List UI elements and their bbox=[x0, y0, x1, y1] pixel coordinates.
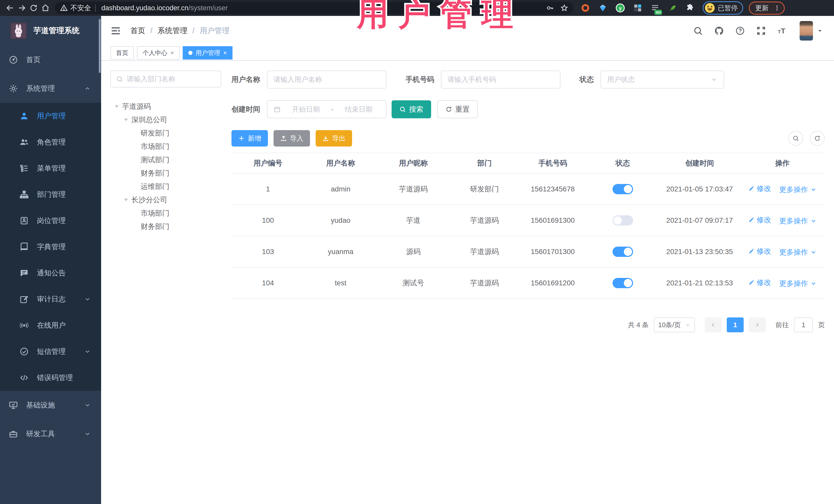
username-field[interactable] bbox=[267, 70, 387, 89]
dept-search-box[interactable] bbox=[110, 70, 221, 88]
app-logo[interactable]: 芋道管理系统 bbox=[0, 16, 101, 45]
extensions-puzzle-icon[interactable] bbox=[685, 3, 695, 13]
sidebar-item-infrastructure[interactable]: 基础设施 bbox=[0, 391, 101, 420]
sidebar-item-dept-management[interactable]: 部门管理 bbox=[0, 181, 101, 207]
add-button[interactable]: 新增 bbox=[232, 130, 268, 147]
tree-caret-icon[interactable] bbox=[122, 196, 130, 204]
header-search-icon[interactable] bbox=[693, 26, 703, 36]
tree-node[interactable]: 财务部门 bbox=[110, 220, 221, 233]
table-row[interactable]: 103 yuanma 源码 芋道源码 15601701300 2021-01-1… bbox=[232, 236, 825, 267]
status-toggle[interactable] bbox=[613, 247, 633, 257]
browser-forward-icon[interactable] bbox=[16, 2, 28, 14]
tree-node-label[interactable]: 研发部门 bbox=[140, 128, 169, 138]
browser-address-bar[interactable]: 不安全 dashboard.yudao.iocoder.cn/system/us… bbox=[55, 2, 573, 14]
mobile-field[interactable] bbox=[441, 70, 561, 89]
extension-blue-gem-icon[interactable] bbox=[598, 3, 608, 13]
browser-update-button[interactable]: 更新 bbox=[749, 2, 785, 15]
refresh-table-button[interactable] bbox=[810, 131, 825, 146]
tree-node-label[interactable]: 市场部门 bbox=[140, 209, 169, 218]
prev-page-button[interactable] bbox=[705, 317, 722, 332]
search-button[interactable]: 搜索 bbox=[392, 100, 431, 118]
extension-green-circle-icon[interactable]: y bbox=[615, 3, 625, 13]
edit-link[interactable]: 修改 bbox=[748, 184, 771, 194]
sidebar-item-online-users[interactable]: 在线用户 bbox=[0, 312, 101, 338]
tree-node[interactable]: 财务部门 bbox=[110, 167, 221, 180]
sidebar-item-system-management[interactable]: 系统管理 bbox=[0, 74, 101, 103]
avatar[interactable] bbox=[799, 21, 813, 41]
browser-profile-chip[interactable]: 已暂停 bbox=[703, 1, 743, 15]
sidebar-item-home[interactable]: 首页 bbox=[0, 45, 101, 74]
tree-caret-icon[interactable] bbox=[113, 103, 120, 110]
toggle-search-button[interactable] bbox=[788, 131, 803, 146]
url-path[interactable]: /system/user bbox=[188, 4, 227, 12]
breadcrumb-system[interactable]: 系统管理 bbox=[158, 26, 187, 36]
more-actions-link[interactable]: 更多操作 bbox=[780, 216, 817, 226]
table-row[interactable]: 1 admin 芋道源码 研发部门 15612345678 2021-01-05… bbox=[232, 174, 825, 205]
tree-node-label[interactable]: 深圳总公司 bbox=[131, 115, 167, 125]
table-row[interactable]: 100 yudao 芋道 芋道源码 15601691300 2021-01-07… bbox=[232, 205, 825, 236]
tab-home[interactable]: 首页 bbox=[110, 46, 134, 60]
tree-node-label[interactable]: 长沙分公司 bbox=[131, 195, 167, 205]
browser-back-icon[interactable] bbox=[4, 2, 16, 14]
sidebar-item-post-management[interactable]: 岗位管理 bbox=[0, 207, 101, 234]
tree-node-label[interactable]: 市场部门 bbox=[140, 141, 169, 151]
table-row[interactable]: 104 test 测试号 芋道源码 15601691200 2021-01-21… bbox=[232, 267, 825, 299]
font-size-icon[interactable]: TT bbox=[777, 26, 787, 36]
more-actions-link[interactable]: 更多操作 bbox=[780, 247, 817, 257]
sidebar-item-menu-management[interactable]: 菜单管理 bbox=[0, 155, 101, 181]
sidebar-item-error-code-management[interactable]: 错误码管理 bbox=[0, 365, 101, 391]
hamburger-icon[interactable] bbox=[110, 25, 121, 36]
breadcrumb-home[interactable]: 首页 bbox=[130, 26, 145, 36]
tab-user-management[interactable]: 用户管理 × bbox=[183, 46, 233, 60]
status-select[interactable]: 用户状态 bbox=[600, 70, 724, 89]
mobile-input[interactable] bbox=[447, 76, 554, 84]
extension-tabs-on-icon[interactable]: on bbox=[650, 3, 660, 13]
browser-reload-icon[interactable] bbox=[28, 2, 40, 14]
url-host[interactable]: dashboard.yudao.iocoder.cn bbox=[101, 4, 188, 12]
fullscreen-icon[interactable] bbox=[756, 26, 766, 36]
extension-orange-ring-icon[interactable] bbox=[580, 3, 590, 13]
sidebar-item-audit-log[interactable]: 审计日志 bbox=[0, 286, 101, 312]
tree-node-label[interactable]: 财务部门 bbox=[140, 168, 169, 178]
page-size-select[interactable]: 10条/页 bbox=[654, 317, 695, 332]
sidebar-item-dict-management[interactable]: 字典管理 bbox=[0, 234, 101, 260]
next-page-button[interactable] bbox=[749, 317, 766, 332]
user-avatar-menu[interactable] bbox=[799, 21, 823, 41]
github-icon[interactable] bbox=[714, 26, 724, 36]
tree-caret-icon[interactable] bbox=[122, 116, 130, 124]
update-label[interactable]: 更新 bbox=[755, 4, 769, 13]
edit-link[interactable]: 修改 bbox=[748, 278, 771, 287]
sidebar-item-sms-management[interactable]: 短信管理 bbox=[0, 338, 101, 365]
current-page-button[interactable]: 1 bbox=[727, 317, 744, 332]
password-key-icon[interactable] bbox=[546, 4, 554, 12]
tab-close-icon[interactable]: × bbox=[223, 49, 227, 57]
sidebar-item-user-management[interactable]: 用户管理 bbox=[0, 103, 101, 129]
tree-node-label[interactable]: 测试部门 bbox=[140, 155, 169, 165]
tree-node[interactable]: 长沙分公司 bbox=[110, 193, 221, 206]
tree-node-label[interactable]: 芋道源码 bbox=[122, 102, 151, 111]
sidebar-item-dev-tools[interactable]: 研发工具 bbox=[0, 420, 101, 448]
edit-link[interactable]: 修改 bbox=[748, 215, 771, 225]
tree-node[interactable]: 芋道源码 bbox=[110, 100, 221, 113]
status-toggle[interactable] bbox=[613, 278, 633, 288]
dept-search-input[interactable] bbox=[127, 75, 216, 83]
more-actions-link[interactable]: 更多操作 bbox=[780, 279, 817, 288]
sidebar-item-notice-management[interactable]: 通知公告 bbox=[0, 260, 101, 286]
goto-page-input[interactable] bbox=[794, 317, 813, 332]
edit-link[interactable]: 修改 bbox=[748, 246, 771, 256]
more-actions-link[interactable]: 更多操作 bbox=[780, 185, 817, 195]
tree-node-label[interactable]: 财务部门 bbox=[140, 222, 169, 232]
not-secure-label[interactable]: 不安全 bbox=[70, 3, 91, 13]
export-button[interactable]: 导出 bbox=[316, 130, 352, 147]
tree-node[interactable]: 测试部门 bbox=[110, 153, 221, 167]
browser-home-icon[interactable] bbox=[40, 2, 51, 14]
help-icon[interactable] bbox=[735, 26, 745, 36]
date-end-placeholder[interactable]: 结束日期 bbox=[338, 105, 380, 114]
date-range-picker[interactable]: 开始日期 - 结束日期 bbox=[267, 100, 387, 118]
tab-profile[interactable]: 个人中心 × bbox=[137, 46, 180, 60]
tree-node[interactable]: 市场部门 bbox=[110, 206, 221, 220]
tree-node[interactable]: 运维部门 bbox=[110, 180, 221, 193]
extension-green-sprout-icon[interactable] bbox=[668, 3, 678, 13]
sidebar-item-role-management[interactable]: 角色管理 bbox=[0, 129, 101, 155]
status-toggle[interactable] bbox=[613, 184, 633, 194]
